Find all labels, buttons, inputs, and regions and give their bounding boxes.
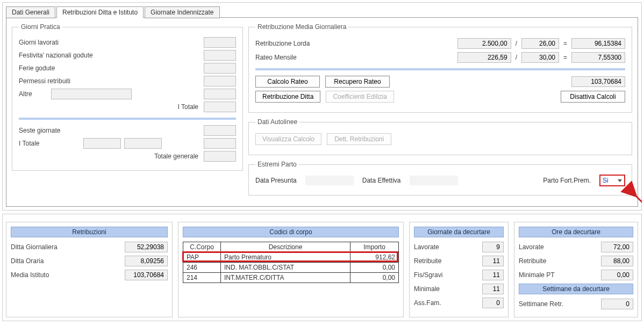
btn-coeff-edilizia: Coefficienti Edilizia xyxy=(326,91,394,103)
lbl-ferie: Ferie godute xyxy=(19,64,126,72)
btn-retrib-ditta[interactable]: Retribuzione Ditta xyxy=(255,91,320,103)
panel-ore: Ore da decurtare Lavorate Retribuite Min… xyxy=(514,222,638,317)
in-totgen xyxy=(204,151,236,162)
table-codici: C.Corpo Descrizione Importo PAP Parto Pr… xyxy=(183,242,399,283)
rmg-group: Retribuzione Media Giornaliera Retribuzi… xyxy=(248,23,632,113)
in-lorda-b[interactable] xyxy=(521,38,559,49)
table-row[interactable]: 214 INT.MATER.C/DITTA 0,00 xyxy=(183,273,399,283)
in-o-minpt[interactable] xyxy=(601,270,633,280)
giorni-pratica-legend: Giorni Pratica xyxy=(19,23,62,31)
lbl-media-istituto: Media Istituto xyxy=(11,271,49,279)
chevron-down-icon xyxy=(618,179,622,182)
in-g-lavorate[interactable] xyxy=(482,242,504,252)
table-row[interactable]: PAP Parto Prematuro 912,62 xyxy=(183,252,399,263)
lbl-itotale2: I Totale xyxy=(19,140,83,147)
tab-dati-generali[interactable]: Dati Generali xyxy=(6,6,55,18)
autolinee-legend: Dati Autolinee xyxy=(255,118,299,126)
th-importo: Importo xyxy=(350,242,399,252)
in-o-retrib[interactable] xyxy=(601,256,633,266)
title-ore: Ore da decurtare xyxy=(519,227,633,237)
in-itot-c xyxy=(204,138,236,149)
rmg-legend: Retribuzione Media Giornaliera xyxy=(255,23,348,31)
in-g-min[interactable] xyxy=(482,284,504,294)
in-lavorati[interactable] xyxy=(204,37,236,48)
lbl-lorda: Retribuzione Lorda xyxy=(255,40,331,47)
in-data-effettiva[interactable] xyxy=(410,176,458,185)
th-ccorpo: C.Corpo xyxy=(183,242,221,252)
panel-giornate: Giornate da decurtare Lavorate Retribuit… xyxy=(409,222,509,317)
btn-disattiva-calcoli[interactable]: Disattiva Calcoli xyxy=(561,91,625,103)
tab-content: Giorni Pratica Giorni lavorati Festivita… xyxy=(6,17,638,207)
lbl-parto-fort: Parto Fort.Prem. xyxy=(543,177,591,184)
lbl-lavorati: Giorni lavorati xyxy=(19,39,126,46)
lbl-seste: Seste giornate xyxy=(19,127,126,134)
title-codici: Codici di corpo xyxy=(183,227,399,237)
in-rmg-totale xyxy=(571,76,625,87)
title-giornate: Giornate da decurtare xyxy=(414,227,504,237)
in-itot-a[interactable] xyxy=(83,138,121,149)
panel-codici: Codici di corpo C.Corpo Descrizione Impo… xyxy=(178,222,404,317)
btn-visualizza-calcolo: Visualizza Calcolo xyxy=(255,133,321,145)
th-descrizione: Descrizione xyxy=(221,242,350,252)
autolinee-group: Dati Autolinee Visualizza Calcolo Dett. … xyxy=(248,118,632,155)
in-lorda-a[interactable] xyxy=(457,38,511,49)
divider xyxy=(255,68,625,70)
estremi-parto-group: Estremi Parto Data Presunta Data Effetti… xyxy=(248,161,632,195)
in-o-lavorate[interactable] xyxy=(601,242,633,252)
lbl-data-effettiva: Data Effettiva xyxy=(362,177,401,184)
title-retribuzioni: Retribuzioni xyxy=(11,227,168,237)
lbl-data-presunta: Data Presunta xyxy=(255,177,297,184)
in-seste[interactable] xyxy=(204,125,236,136)
lbl-itotale: I Totale xyxy=(178,103,198,111)
in-data-presunta[interactable] xyxy=(305,176,354,185)
in-rateo-r xyxy=(571,52,625,63)
in-itotale xyxy=(204,102,236,112)
in-sett-retr[interactable] xyxy=(601,299,633,309)
tab-giornate[interactable]: Giornate Indennizzate xyxy=(145,6,219,18)
tab-bar: Dati Generali Retribuzioni Ditta e Istit… xyxy=(6,6,638,18)
lbl-altre: Altre xyxy=(19,90,51,98)
in-ditta-oraria xyxy=(125,256,168,266)
in-itot-b[interactable] xyxy=(124,138,162,149)
in-media-istituto xyxy=(125,270,168,280)
btn-recupero-rateo[interactable]: Recupero Rateo xyxy=(325,76,390,88)
in-lorda-r xyxy=(571,38,625,49)
lbl-totgen: Totale generale xyxy=(154,153,198,160)
btn-dett-retrib: Dett. Retribuzioni xyxy=(327,133,391,145)
in-rateo-a[interactable] xyxy=(457,52,511,63)
in-permessi[interactable] xyxy=(204,76,236,86)
in-ditta-giorn xyxy=(125,242,168,252)
btn-calcolo-rateo[interactable]: Calcolo Rateo xyxy=(255,76,320,88)
in-g-fis[interactable] xyxy=(482,270,504,280)
in-g-ass[interactable] xyxy=(482,298,504,308)
lbl-permessi: Permessi retribuiti xyxy=(19,77,126,85)
in-ferie[interactable] xyxy=(204,63,236,74)
divider xyxy=(19,118,236,120)
in-altre-val[interactable] xyxy=(204,89,236,99)
in-altre-txt[interactable] xyxy=(51,89,132,99)
in-rateo-b[interactable] xyxy=(521,52,559,63)
in-g-retrib[interactable] xyxy=(482,256,504,266)
select-parto-fort[interactable]: Si xyxy=(599,175,625,186)
lbl-rateo: Rateo Mensile xyxy=(255,54,331,61)
table-row[interactable]: 246 IND. MAT.OBBL.C/STAT 0,00 xyxy=(183,263,399,273)
lbl-festivita: Festivita' nazionali godute xyxy=(19,52,126,59)
giorni-pratica-group: Giorni Pratica Giorni lavorati Festivita… xyxy=(12,23,243,171)
title-settimane: Settimane da decurtare xyxy=(519,284,633,294)
lbl-ditta-oraria: Ditta Oraria xyxy=(11,257,44,265)
tab-retribuzioni[interactable]: Retribuzioni Ditta e Istituto xyxy=(56,6,144,18)
parto-legend: Estremi Parto xyxy=(255,161,299,168)
lbl-ditta-giorn: Ditta Giornaliera xyxy=(11,243,58,251)
in-festivita[interactable] xyxy=(204,50,236,61)
panel-retribuzioni: Retribuzioni Ditta Giornaliera Ditta Ora… xyxy=(6,222,173,317)
